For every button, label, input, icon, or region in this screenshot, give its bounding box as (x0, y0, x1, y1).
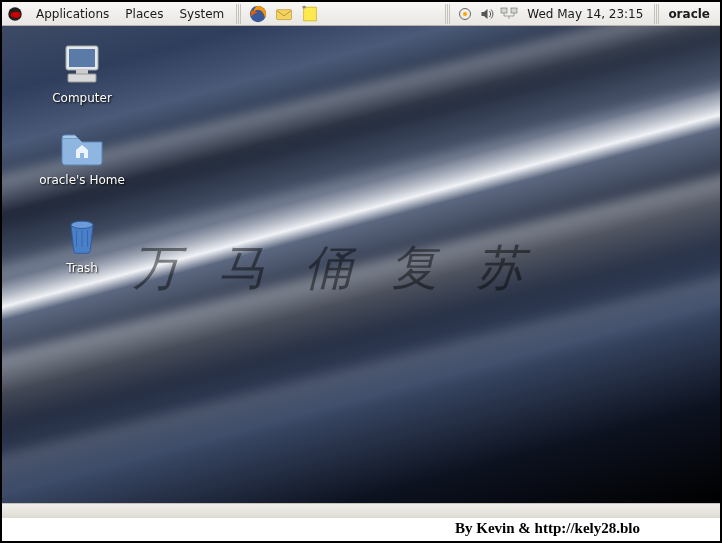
svg-rect-2 (277, 9, 292, 19)
trash-icon (58, 210, 106, 258)
desktop[interactable]: Computer oracle's Home Trash 万马俑复苏 亿速云 (2, 26, 720, 503)
desktop-icon-home[interactable]: oracle's Home (34, 122, 130, 187)
menu-applications[interactable]: Applications (29, 4, 116, 24)
user-switcher[interactable]: oracle (664, 7, 716, 21)
watermark-text: 万马俑复苏 (132, 236, 562, 300)
bottom-panel[interactable] (2, 503, 720, 517)
menu-places[interactable]: Places (118, 4, 170, 24)
desktop-icon-label: Computer (34, 91, 130, 105)
panel-separator (654, 4, 659, 24)
notes-launcher-icon[interactable] (299, 3, 321, 25)
desktop-icon-label: oracle's Home (34, 173, 130, 187)
menu-system[interactable]: System (172, 4, 231, 24)
svg-rect-4 (303, 5, 306, 8)
footer-bar: By Kevin & http://kely28.blo (2, 517, 720, 539)
panel-separator (445, 4, 450, 24)
firefox-launcher-icon[interactable] (247, 3, 269, 25)
footer-credit: By Kevin & http://kely28.blo (455, 520, 640, 537)
svg-rect-11 (76, 70, 88, 74)
updates-icon[interactable] (455, 4, 475, 24)
svg-point-13 (71, 221, 93, 228)
clock[interactable]: Wed May 14, 23:15 (521, 7, 649, 21)
svg-point-6 (463, 12, 467, 16)
email-launcher-icon[interactable] (273, 3, 295, 25)
desktop-icon-computer[interactable]: Computer (34, 40, 130, 105)
svg-rect-8 (511, 8, 517, 13)
top-panel: Applications Places System (2, 2, 720, 26)
svg-rect-3 (304, 7, 317, 21)
svg-rect-10 (69, 49, 95, 67)
network-icon[interactable] (499, 4, 519, 24)
panel-separator (236, 4, 241, 24)
volume-icon[interactable] (477, 4, 497, 24)
computer-icon (58, 40, 106, 88)
redhat-icon[interactable] (6, 5, 24, 23)
svg-rect-7 (501, 8, 507, 13)
desktop-icon-trash[interactable]: Trash (34, 210, 130, 275)
svg-rect-12 (68, 74, 96, 82)
desktop-icon-label: Trash (34, 261, 130, 275)
home-folder-icon (58, 122, 106, 170)
